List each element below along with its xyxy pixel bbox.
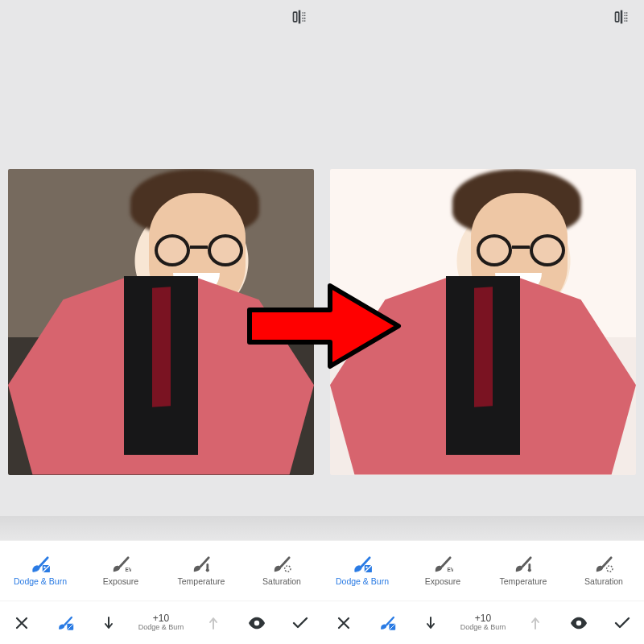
svg-rect-11 (616, 12, 619, 22)
svg-point-6 (302, 18, 303, 19)
svg-rect-0 (299, 10, 301, 24)
arrow-up-icon (530, 616, 541, 630)
brush-mask-icon (56, 614, 74, 632)
svg-point-16 (624, 18, 625, 19)
tool-saturation[interactable]: Saturation (564, 541, 644, 601)
svg-point-17 (626, 18, 628, 19)
tool-dodge-burn[interactable]: Dodge & Burn (322, 541, 402, 601)
topbar-left (0, 0, 322, 34)
increase-button[interactable] (192, 601, 235, 644)
arrow-down-icon (103, 616, 114, 630)
tool-temperature[interactable]: Temperature (483, 541, 564, 601)
tool-dodge-burn[interactable]: Dodge & Burn (0, 541, 80, 601)
eye-icon (570, 617, 588, 630)
svg-point-7 (304, 18, 306, 19)
svg-point-27 (365, 566, 367, 568)
svg-point-9 (304, 20, 306, 22)
compare-icon[interactable] (613, 9, 630, 25)
svg-point-12 (624, 12, 625, 14)
svg-point-24 (206, 568, 209, 572)
svg-point-31 (607, 566, 613, 572)
tool-exposure[interactable]: EV Exposure (402, 541, 483, 601)
apply-button[interactable] (601, 601, 644, 644)
tool-label: Saturation (262, 576, 301, 586)
tool-label: Exposure (425, 576, 460, 586)
svg-point-8 (302, 20, 303, 22)
svg-point-33 (254, 620, 259, 625)
toggle-view-button[interactable] (235, 601, 279, 644)
svg-point-21 (43, 566, 45, 568)
image-before[interactable] (8, 169, 314, 475)
svg-point-3 (304, 12, 306, 14)
mask-button[interactable] (365, 601, 409, 644)
close-icon (14, 616, 29, 630)
tool-label: Saturation (584, 576, 623, 586)
svg-point-5 (304, 15, 306, 17)
tool-row: Dodge & Burn EV Exposure (0, 541, 644, 601)
image-after[interactable] (330, 169, 636, 475)
arrow-up-icon (208, 616, 219, 630)
value-display[interactable]: +10 Dodge & Burn (452, 601, 514, 644)
check-icon (292, 617, 308, 630)
svg-text:EV: EV (126, 567, 132, 572)
svg-point-35 (576, 620, 581, 625)
toggle-view-button[interactable] (557, 601, 601, 644)
close-icon (336, 616, 351, 630)
decrease-button[interactable] (409, 601, 452, 644)
tool-label: Temperature (500, 576, 547, 586)
svg-point-14 (624, 15, 625, 17)
tool-label: Exposure (103, 576, 138, 586)
arrow-down-icon (425, 616, 436, 630)
svg-point-4 (302, 15, 303, 17)
tool-temperature[interactable]: Temperature (161, 541, 242, 601)
value-display[interactable]: +10 Dodge & Burn (130, 601, 192, 644)
check-icon (614, 617, 630, 630)
tool-exposure[interactable]: EV Exposure (80, 541, 161, 601)
svg-point-13 (626, 12, 628, 14)
action-row: +10 Dodge & Burn (0, 601, 644, 644)
svg-rect-1 (294, 12, 297, 22)
tool-label: Dodge & Burn (14, 576, 67, 586)
eye-icon (248, 617, 266, 630)
topbar-right (322, 0, 644, 34)
close-button[interactable] (0, 601, 43, 644)
svg-point-25 (285, 566, 291, 572)
panel-after (322, 0, 644, 516)
adjust-value-label: Dodge & Burn (138, 624, 184, 632)
brush-mask-icon (378, 614, 396, 632)
svg-text:EV: EV (448, 567, 454, 572)
svg-point-18 (624, 20, 625, 22)
adjust-value-label: Dodge & Burn (460, 624, 506, 632)
increase-button[interactable] (514, 601, 557, 644)
close-button[interactable] (322, 601, 365, 644)
tool-label: Temperature (178, 576, 225, 586)
tool-saturation[interactable]: Saturation (242, 541, 322, 601)
svg-rect-10 (621, 10, 623, 24)
svg-point-30 (528, 568, 531, 572)
compare-icon[interactable] (291, 9, 308, 25)
svg-point-19 (626, 20, 628, 22)
tool-label: Dodge & Burn (336, 576, 389, 586)
decrease-button[interactable] (87, 601, 130, 644)
svg-point-2 (302, 12, 303, 14)
panel-before (0, 0, 322, 516)
svg-point-15 (626, 15, 628, 17)
mask-button[interactable] (43, 601, 87, 644)
apply-button[interactable] (279, 601, 322, 644)
